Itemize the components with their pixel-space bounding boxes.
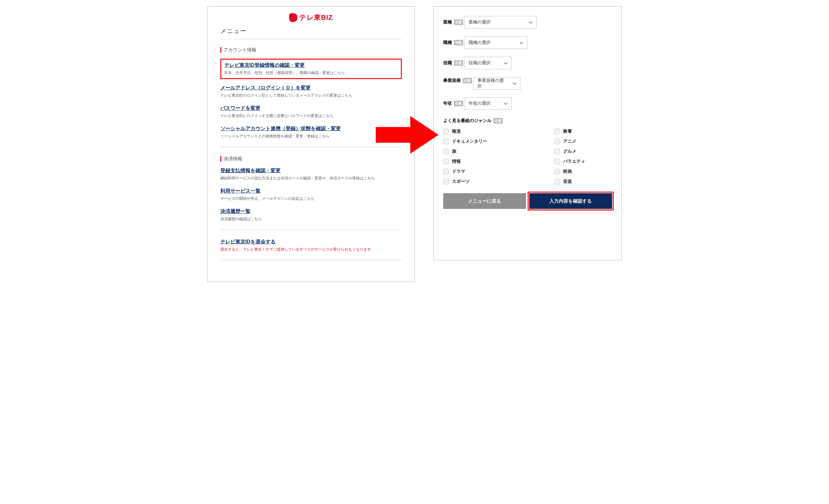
genre-checkbox[interactable]: グルメ xyxy=(554,149,612,154)
select-occupation[interactable]: 職種の選択 xyxy=(465,36,527,49)
genre-label: 報道 xyxy=(452,128,461,134)
list-item: ソーシャルアカウント連携（登録）状態を確認・変更 ソーシャルアカウントとの連携状… xyxy=(220,125,402,139)
desc-social: ソーシャルアカウントとの連携状態を確認・変更・登録はこちら xyxy=(220,133,402,139)
genre-label: ドラマ xyxy=(452,169,465,175)
select-position-value: 役職の選択 xyxy=(469,60,491,66)
genre-checkbox[interactable]: バラエティ xyxy=(554,159,612,164)
logo-text: テレ東BIZ xyxy=(299,13,332,22)
field-industry: 業種 任意 業種の選択 xyxy=(443,16,612,29)
select-industry-value: 業種の選択 xyxy=(469,20,491,25)
field-genre: よく見る番組のジャンル 任意 報道教養ドキュメンタリーアニメ旅グルメ情報バラエテ… xyxy=(443,118,612,184)
genre-label: スポーツ xyxy=(452,179,470,184)
checkbox-box xyxy=(443,149,449,154)
logo-icon xyxy=(289,13,297,22)
checkbox-box xyxy=(443,179,449,184)
highlighted-item: テレビ東京ID登録情報の確認・変更 氏名、生年月日、性別、住所（都道府県）、職業… xyxy=(220,59,402,79)
select-industry[interactable]: 業種の選択 xyxy=(465,16,537,29)
menu-title: メニュー xyxy=(220,27,402,35)
list-item: 決済履歴一覧 決済履歴の確認はこちら xyxy=(220,208,402,222)
section-account-info: アカウント情報 xyxy=(220,47,402,53)
genre-label: バラエティ xyxy=(563,159,585,164)
divider xyxy=(220,230,402,230)
label-genre: よく見る番組のジャンル xyxy=(443,118,492,124)
desc-password: テレビ東京IDにログインする際に必要なパスワードの変更はこちら xyxy=(220,113,402,119)
chevron-down-icon xyxy=(504,101,508,106)
link-payinfo[interactable]: 登録支払情報を確認・変更 xyxy=(220,168,281,173)
list-item: テレビ東京IDを退会する 退会すると、テレビ東京ＩＤでご提供しているすべてのサー… xyxy=(220,239,402,252)
link-services[interactable]: 利用サービス一覧 xyxy=(220,188,260,194)
genre-label: 旅 xyxy=(452,149,457,154)
checkbox-box xyxy=(554,159,560,164)
button-row: メニューに戻る 入力内容を確認する xyxy=(443,193,612,209)
chevron-down-icon xyxy=(513,81,516,86)
genre-checkbox[interactable]: アニメ xyxy=(554,139,612,144)
desc-payinfo: 継続利用サービスの支払方法または決済カードの確認・変更や、決済カードの登録はこち… xyxy=(220,176,402,181)
checkbox-box xyxy=(443,128,449,134)
link-password[interactable]: パスワードを変更 xyxy=(220,105,260,111)
chevron-down-icon xyxy=(529,20,533,25)
select-occupation-value: 職種の選択 xyxy=(469,40,491,45)
desc-history: 決済履歴の確認はこちら xyxy=(220,217,402,222)
chevron-down-icon xyxy=(504,61,508,66)
field-income: 年収 任意 年収の選択 xyxy=(443,97,612,110)
checkbox-box xyxy=(554,169,560,175)
section-payment-info: 決済情報 xyxy=(220,156,402,162)
genre-checkbox[interactable]: 映画 xyxy=(554,169,612,175)
genre-checkbox[interactable]: ドキュメンタリー xyxy=(443,139,501,144)
checkbox-box xyxy=(443,159,449,164)
genre-checkbox[interactable]: ドラマ xyxy=(443,169,501,175)
field-occupation: 職種 任意 職種の選択 xyxy=(443,36,612,49)
genre-checkbox[interactable]: 報道 xyxy=(443,128,501,134)
genre-checkbox[interactable]: 音楽 xyxy=(554,179,612,184)
select-income[interactable]: 年収の選択 xyxy=(465,97,512,110)
genre-label: 音楽 xyxy=(563,179,572,184)
genre-checkbox[interactable]: 教養 xyxy=(554,128,612,134)
arrow-icon xyxy=(376,114,438,156)
link-social[interactable]: ソーシャルアカウント連携（登録）状態を確認・変更 xyxy=(220,126,341,131)
confirm-button[interactable]: 入力内容を確認する xyxy=(529,193,612,209)
genre-label: グルメ xyxy=(563,149,576,154)
label-size: 事業規模 xyxy=(443,78,461,83)
optional-tag: 任意 xyxy=(454,60,463,66)
genre-label: 教養 xyxy=(563,128,572,134)
genre-grid: 報道教養ドキュメンタリーアニメ旅グルメ情報バラエティドラマ映画スポーツ音楽 xyxy=(443,128,612,184)
list-item: 利用サービス一覧 サービスの開始や停止、メールマガジンの設定はこちら xyxy=(220,188,402,201)
form-panel: 業種 任意 業種の選択 職種 任意 職種の選択 役職 任意 役職の選択 xyxy=(433,6,622,260)
checkbox-box xyxy=(554,179,560,184)
label-industry: 業種 xyxy=(443,20,452,25)
logo-row: テレ東BIZ xyxy=(220,13,402,22)
checkbox-box xyxy=(443,169,449,175)
link-withdraw[interactable]: テレビ東京IDを退会する xyxy=(220,239,276,244)
genre-label: 情報 xyxy=(452,159,461,164)
optional-tag: 任意 xyxy=(454,101,463,106)
select-size[interactable]: 事業規模の選択 xyxy=(473,77,520,90)
genre-checkbox[interactable]: スポーツ xyxy=(443,179,501,184)
link-mail[interactable]: メールアドレス（ログインＩＤ）を変更 xyxy=(220,85,311,90)
optional-tag: 任意 xyxy=(463,78,472,83)
optional-tag: 任意 xyxy=(454,40,463,45)
link-id-info[interactable]: テレビ東京ID登録情報の確認・変更 xyxy=(224,63,305,68)
divider xyxy=(220,39,402,39)
genre-label: アニメ xyxy=(563,139,576,144)
select-size-value: 事業規模の選択 xyxy=(477,78,506,89)
field-size: 事業規模 任意 事業規模の選択 xyxy=(443,77,612,90)
optional-tag: 任意 xyxy=(454,20,463,25)
link-history[interactable]: 決済履歴一覧 xyxy=(220,208,251,214)
genre-checkbox[interactable]: 情報 xyxy=(443,159,501,164)
select-income-value: 年収の選択 xyxy=(469,101,491,106)
label-income: 年収 xyxy=(443,101,452,106)
confirm-button-label: 入力内容を確認する xyxy=(549,198,592,204)
select-position[interactable]: 役職の選択 xyxy=(465,57,512,69)
desc-id-info: 氏名、生年月日、性別、住所（都道府県）、職業の確認・変更はこちら xyxy=(224,70,398,76)
list-item: パスワードを変更 テレビ東京IDにログインする際に必要なパスワードの変更はこちら xyxy=(220,105,402,119)
svg-marker-0 xyxy=(376,116,438,154)
divider xyxy=(220,260,402,260)
genre-checkbox[interactable]: 旅 xyxy=(443,149,501,154)
genre-label: ドキュメンタリー xyxy=(452,139,487,144)
genre-label: 映画 xyxy=(563,169,572,175)
back-button[interactable]: メニューに戻る xyxy=(443,193,526,209)
back-button-label: メニューに戻る xyxy=(468,198,501,204)
checkbox-box xyxy=(554,149,560,154)
optional-tag: 任意 xyxy=(494,118,503,124)
label-occupation: 職種 xyxy=(443,40,452,45)
